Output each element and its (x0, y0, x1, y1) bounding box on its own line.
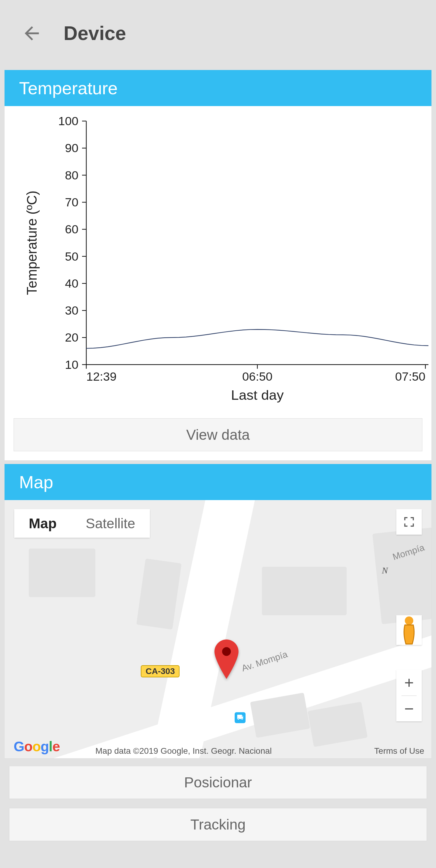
temperature-chart: 10203040506070809010012:3906:5007:50Last… (4, 106, 432, 418)
terms-link[interactable]: Terms of Use (374, 746, 424, 756)
streetview-pegman[interactable] (396, 615, 422, 645)
zoom-in-button[interactable]: + (396, 670, 422, 695)
temperature-card-header: Temperature (4, 70, 432, 106)
svg-text:70: 70 (65, 195, 78, 209)
app-header: Device (0, 0, 436, 67)
back-button[interactable] (21, 23, 42, 44)
svg-text:90: 90 (65, 142, 78, 155)
svg-point-31 (222, 647, 231, 656)
svg-text:30: 30 (65, 304, 78, 317)
page-title: Device (64, 22, 126, 44)
map-building (308, 702, 368, 747)
svg-text:12:39: 12:39 (86, 370, 116, 383)
map-building (136, 559, 181, 630)
posicionar-button[interactable]: Posicionar (9, 766, 427, 799)
plus-icon: + (404, 673, 414, 692)
fullscreen-icon (403, 516, 415, 528)
map-marker[interactable] (213, 640, 240, 680)
svg-text:07:50: 07:50 (395, 370, 426, 383)
tracking-button[interactable]: Tracking (9, 808, 427, 841)
road-badge: CA-303 (141, 665, 179, 677)
svg-text:100: 100 (58, 114, 78, 128)
svg-text:Temperature (ºC): Temperature (ºC) (24, 191, 40, 295)
svg-text:10: 10 (65, 358, 78, 371)
fullscreen-button[interactable] (396, 509, 422, 535)
map-canvas[interactable]: Map Satellite + − (4, 500, 432, 758)
street-label: Av. Mompía (240, 649, 289, 674)
pegman-icon (396, 614, 422, 646)
poi-label: N (382, 565, 388, 576)
minus-icon: − (404, 699, 414, 718)
map-building (372, 527, 432, 624)
svg-text:20: 20 (65, 331, 78, 344)
map-building (262, 567, 347, 615)
map-type-tabs: Map Satellite (14, 509, 150, 538)
svg-point-30 (405, 616, 413, 625)
map-card-header: Map (4, 464, 432, 500)
svg-text:06:50: 06:50 (242, 370, 272, 383)
view-data-button[interactable]: View data (13, 418, 423, 451)
zoom-control: + − (396, 670, 422, 721)
map-attribution: Map data ©2019 Google, Inst. Geogr. Naci… (95, 746, 272, 756)
map-building (29, 549, 95, 597)
google-logo: Google (13, 738, 60, 755)
map-card: Map Map Satellite + (4, 464, 432, 758)
map-tab-map[interactable]: Map (14, 509, 71, 538)
svg-text:40: 40 (65, 277, 78, 290)
arrow-left-icon (21, 23, 42, 44)
bus-stop-icon: ⛟ (235, 712, 245, 723)
svg-text:Last day: Last day (231, 387, 284, 402)
svg-text:80: 80 (65, 168, 78, 182)
temperature-card: Temperature 10203040506070809010012:3906… (4, 70, 432, 461)
svg-text:50: 50 (65, 250, 78, 263)
zoom-out-button[interactable]: − (396, 696, 422, 722)
svg-text:60: 60 (65, 223, 78, 236)
map-tab-satellite[interactable]: Satellite (71, 509, 150, 538)
map-pin-icon (213, 640, 240, 679)
